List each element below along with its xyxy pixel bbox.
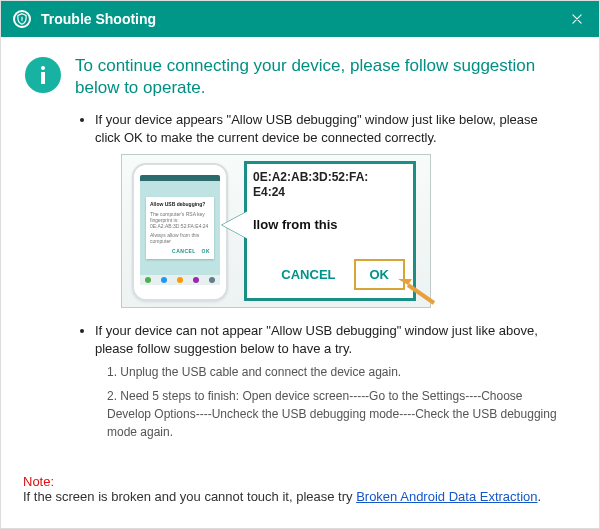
- phone-screen: Allow USB debugging? The computer's RSA …: [140, 175, 220, 285]
- close-button[interactable]: [567, 9, 587, 29]
- zoom-allow-text: llow from this: [247, 200, 413, 234]
- instruction-2-text: If your device can not appear "Allow USB…: [95, 323, 538, 356]
- heading-text: To continue connecting your device, plea…: [75, 55, 575, 99]
- instruction-1-text: If your device appears "Allow USB debugg…: [95, 112, 538, 145]
- substep-1: 1. Unplug the USB cable and connect the …: [107, 363, 565, 381]
- titlebar: Trouble Shooting: [1, 1, 599, 37]
- info-icon: [25, 57, 61, 93]
- instruction-item-2: If your device can not appear "Allow USB…: [95, 322, 565, 441]
- app-logo-icon: [13, 10, 31, 28]
- zoom-cancel-button: CANCEL: [273, 260, 343, 290]
- close-icon: [570, 12, 584, 26]
- usb-debugging-illustration: Allow USB debugging? The computer's RSA …: [121, 154, 431, 308]
- note-text-after: .: [538, 489, 542, 504]
- zoom-mac-line1: 0E:A2:AB:3D:52:FA:: [253, 170, 368, 184]
- callout-pointer-icon: [222, 211, 248, 239]
- svg-point-0: [21, 20, 22, 21]
- broken-android-link[interactable]: Broken Android Data Extraction: [356, 489, 537, 504]
- zoom-mac-line2: E4:24: [253, 185, 285, 199]
- titlebar-title: Trouble Shooting: [41, 11, 567, 27]
- phone-mockup: Allow USB debugging? The computer's RSA …: [132, 163, 228, 301]
- note-text-before: If the screen is broken and you cannot t…: [23, 489, 356, 504]
- dialog-content: To continue connecting your device, plea…: [1, 37, 599, 461]
- note-label: Note:: [23, 474, 54, 489]
- heading-row: To continue connecting your device, plea…: [25, 55, 575, 99]
- instruction-2-substeps: 1. Unplug the USB cable and connect the …: [107, 363, 565, 441]
- phone-dialog: Allow USB debugging? The computer's RSA …: [146, 197, 214, 259]
- footer-note: Note: If the screen is broken and you ca…: [23, 474, 577, 504]
- phone-dialog-ok: OK: [202, 248, 211, 254]
- substep-2: 2. Need 5 steps to finish: Open device s…: [107, 387, 565, 441]
- phone-dialog-title: Allow USB debugging?: [150, 201, 210, 208]
- highlight-arrow-icon: [388, 277, 436, 305]
- instruction-list: If your device appears "Allow USB debugg…: [25, 111, 575, 441]
- instruction-item-1: If your device appears "Allow USB debugg…: [95, 111, 565, 308]
- phone-nav-bar: [140, 275, 220, 285]
- phone-dialog-cancel: CANCEL: [172, 248, 196, 254]
